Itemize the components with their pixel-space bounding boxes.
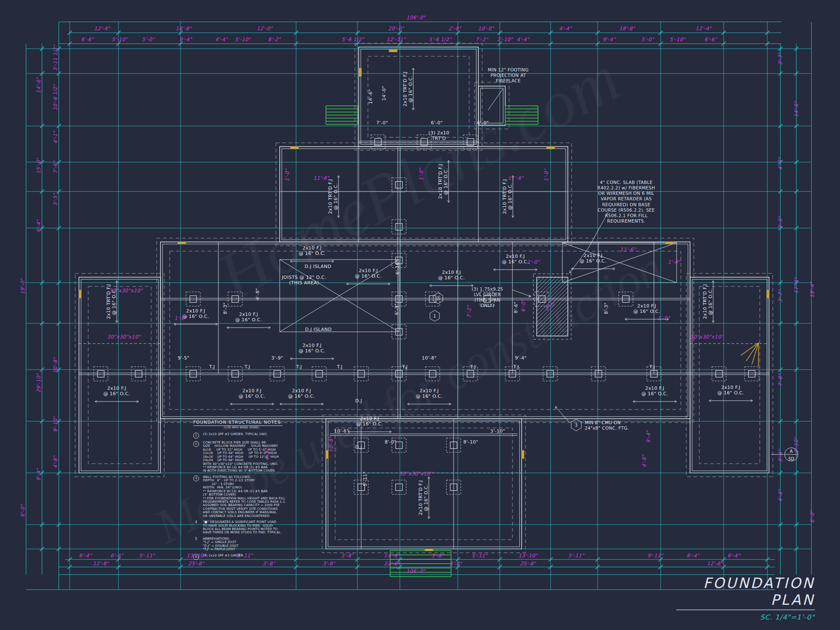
joist-label: 6'-0" xyxy=(431,120,443,126)
dimension-label: 6'-4" xyxy=(110,553,123,559)
dimension-label: 3'-5" xyxy=(52,193,58,206)
joist-label: 6'-0" xyxy=(477,120,489,126)
joist-label: 2x10 TRT'D F.J@ 16" O.C. xyxy=(402,71,413,106)
dimension-label: 3'-8" xyxy=(341,553,354,559)
joist-label: T.J xyxy=(244,364,250,370)
leader-line-layer xyxy=(430,89,798,461)
dimension-label: 5'-10" xyxy=(235,37,251,42)
dimension-label: 18'-8" xyxy=(619,26,635,32)
note-item: 6(4) 2x10 SPF #2 GIRDER xyxy=(193,554,336,560)
dimension-label: 12'-4" xyxy=(696,26,712,32)
dimension-label: 106'-0" xyxy=(406,15,426,21)
dimension-label: 22'-0" xyxy=(384,561,400,567)
dimension-label: 4'-4" xyxy=(517,37,530,42)
dimension-label: 5'-6 1/2" xyxy=(341,37,365,42)
joist-label: 2x10 TRT'D F.J@ 16" O.C. xyxy=(328,179,339,214)
dimension-label: 17'-4" xyxy=(793,277,799,294)
note-item: 2CONCRETE BLOCK PIER SIZE SHALL BE:SIZE … xyxy=(193,441,336,473)
dimension-label: 6'-0" xyxy=(20,504,26,517)
dimension-label: 3'-8" xyxy=(431,553,444,559)
dimension-label: 5'-6 1/2" xyxy=(429,37,452,42)
dimension-label: 6'-4" xyxy=(687,553,700,559)
dimension-label: 9'-11" xyxy=(647,553,664,559)
joist-label: 2x10 F.J@ 16" O.C. xyxy=(299,343,326,354)
joist-label: 2x10 F.J@ 16" O.C. xyxy=(239,388,265,399)
note-item: 3WALL FOOTING AS FOLLOWS:DEPTH: 8" - UP … xyxy=(193,475,336,518)
joist-label: 2x10 TRT'D F.J@ 16" O.C. xyxy=(502,179,513,214)
section-marker-top-label: A xyxy=(790,449,793,454)
inner-dimension-label: 1'-0" xyxy=(284,168,290,181)
girder-key-2: 2 xyxy=(437,296,439,301)
dimension-label: 6'-4" xyxy=(727,553,740,559)
lvl-girder-callout: (3) 1.75x9.25LVL GIRDER(THIS SPANONLY) xyxy=(461,286,514,309)
dimension-label: 12'-0" xyxy=(257,26,273,32)
dimension-label: 12'-8" xyxy=(707,561,723,567)
joist-label: 2x10 TRT'D F.J@ 16" O.C. xyxy=(418,480,429,515)
dimension-label: 2'-0" xyxy=(449,26,462,32)
dimension-label: 15'-0" xyxy=(36,158,42,174)
joist-label: D.J ISLAND xyxy=(304,264,331,269)
fireplace-footing-callout: MIN 12" FOOTINGPROJECTION ATFIREPLACE xyxy=(475,67,542,84)
joist-label: 2x10 TRT'D F.J@ 16" O.C. xyxy=(438,164,449,199)
joist-label: 10'-8" xyxy=(422,355,436,361)
joist-label: 2x10 TRT'D F.J@ 16" O.C. xyxy=(702,284,713,319)
blueprint-sheet: HomePlans.com May be used for constructi… xyxy=(0,0,840,630)
joist-label: 2x10 F.J@ 16" O.C. xyxy=(641,386,668,396)
dimension-label: 20'-0" xyxy=(388,26,404,32)
inner-dimension-label: 11'-6" xyxy=(508,175,524,181)
inner-dimension-label: 11'-6" xyxy=(313,175,330,181)
joist-label: 14'-6" xyxy=(368,89,373,104)
dimension-label: 9'-10" xyxy=(793,437,799,453)
dimension-label: 6'-6" xyxy=(81,37,94,42)
dimension-label: 3'-7" xyxy=(777,289,783,302)
conc-slab-callout: 4" CONC. SLAB (TABLER402.2.2) w/ FIBERME… xyxy=(594,180,658,224)
dimension-label: 3'-8" xyxy=(449,561,462,567)
foundation-plan-drawing: 106'-0"12'-4"18'-8"12'-0"20'-0"2'-0"10'-… xyxy=(0,0,840,630)
dimension-label: 29'-10" xyxy=(36,373,42,393)
dimension-label: 9'-4" xyxy=(179,37,192,42)
inner-dimension-label: 1'-0" xyxy=(174,315,187,321)
joist-label: 8'-0" xyxy=(385,439,396,445)
girder-key-1: 1 xyxy=(433,314,436,318)
joist-label: 14'-0" xyxy=(381,86,387,100)
dimension-label: 5'-0" xyxy=(641,37,654,42)
dimension-label: 19'-4" xyxy=(809,281,815,298)
dimension-label: 4'-4" xyxy=(215,37,228,42)
dimension-label: 6'-4" xyxy=(36,219,42,232)
dimension-label: 2'-10" xyxy=(497,37,513,42)
dimension-label: 5'-11" xyxy=(568,553,585,559)
cmu-callout: MIN 8" CMU ON24"x8" CONC. FTG. xyxy=(585,420,656,431)
joist-label: 7'-0" xyxy=(376,120,388,126)
joist-label: 3'-9" xyxy=(271,355,283,361)
cmu-key-3: 3 xyxy=(575,423,578,428)
joist-label: T.J xyxy=(513,364,519,370)
dimension-label: 8'-2" xyxy=(268,37,281,42)
notes-wind-zone: (130 MPH WIND ZONE) xyxy=(193,426,290,430)
section-marker-bottom-label: 5D xyxy=(788,457,794,461)
dimension-label: 7'-8" xyxy=(777,373,783,386)
joist-label: T.J xyxy=(649,364,655,370)
title-block: FOUNDATION PLAN SC. 1/4"=1'-0" xyxy=(676,575,815,621)
dimension-label: 5'-11" xyxy=(139,553,155,559)
inner-dimension-label: 30"x30"x10" xyxy=(107,334,141,340)
sheet-scale: SC. 1/4"=1'-0" xyxy=(676,613,815,621)
joist-label: 2x10 F.J@ 16" O.C. xyxy=(356,416,383,427)
joist-label: 2x10 F.J@ 16" O.C. xyxy=(103,386,130,396)
inner-dimension-label: 11'-6" xyxy=(620,247,636,252)
dimension-label: 14'-8" xyxy=(384,553,400,559)
dimension-label: 6'-6" xyxy=(704,37,717,42)
joist-label: 9'-5" xyxy=(178,355,189,361)
notes-items: 1(3) 2x10 SPF #2 GIRDER, TYPICAL UNO.2CO… xyxy=(193,433,336,560)
dimension-label: 5'-10" xyxy=(112,37,128,42)
dimension-label: 4'-1" xyxy=(52,131,58,144)
foundation-structural-notes: FOUNDATION STRUCTURAL NOTES: (130 MPH WI… xyxy=(193,420,336,562)
dimension-layer: 106'-0"12'-4"18'-8"12'-0"20'-0"2'-0"10'-… xyxy=(20,15,815,590)
joist-label: 2x10 F.J@ 16" O.C. xyxy=(416,388,443,399)
inner-dimension-label: 9'-4" xyxy=(646,430,651,443)
joist-label: 8'-3" xyxy=(223,302,228,314)
dimension-label: 10'-6 1/2" xyxy=(52,84,58,110)
dimension-label: 25'-8" xyxy=(520,561,536,567)
dimension-label: 4'-4" xyxy=(559,26,572,32)
title-underline xyxy=(676,609,815,610)
dimension-label: 7'-6" xyxy=(52,160,58,173)
